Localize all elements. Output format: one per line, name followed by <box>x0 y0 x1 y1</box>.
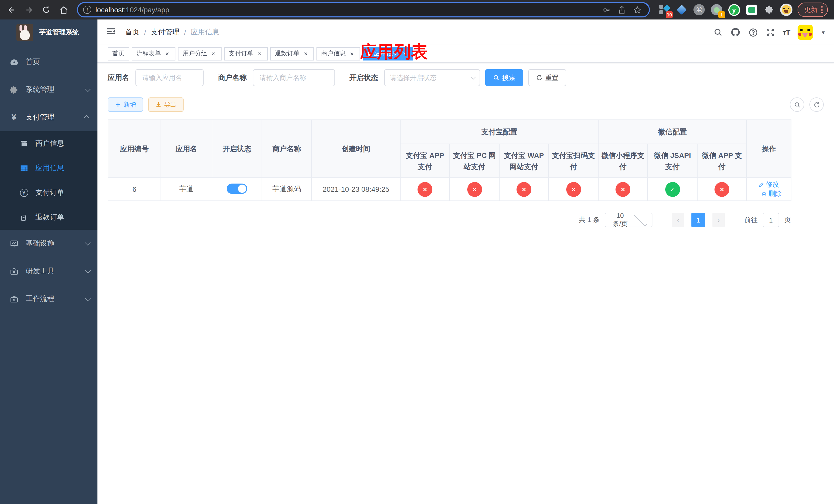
export-button[interactable]: 导出 <box>148 97 184 112</box>
tab-merchant-info[interactable]: 商户信息 <box>316 47 360 60</box>
breadcrumb-home[interactable]: 首页 <box>125 28 139 37</box>
sidebar-item-dev-tools[interactable]: 研发工具 <box>0 257 97 285</box>
forward-icon[interactable] <box>22 3 36 17</box>
reload-icon[interactable] <box>39 3 53 17</box>
refresh-table-button[interactable] <box>809 97 824 112</box>
caret-down-icon[interactable]: ▼ <box>821 29 826 35</box>
url-bar[interactable]: i localhost:1024/pay/app <box>77 2 650 18</box>
sidebar-item-merchant-info[interactable]: 商户信息 <box>0 131 97 156</box>
search-button[interactable]: 搜索 <box>485 69 523 86</box>
help-icon[interactable] <box>748 27 758 37</box>
search-form: 应用名 商户名称 开启状态 请选择开启状态 搜索 重置 <box>108 69 824 86</box>
extension-chat-icon[interactable] <box>745 4 758 16</box>
tab-process-form[interactable]: 流程表单 <box>132 47 175 60</box>
show-search-button[interactable] <box>790 97 804 112</box>
tab-pay-orders[interactable]: 支付订单 <box>224 47 268 60</box>
cell-app-id: 6 <box>108 178 161 201</box>
fullscreen-icon[interactable] <box>766 28 775 37</box>
browser-menu-icon[interactable] <box>821 6 823 13</box>
sidebar-item-pay-orders[interactable]: ¥ 支付订单 <box>0 181 97 205</box>
user-avatar[interactable] <box>797 25 813 40</box>
close-icon[interactable] <box>401 50 408 57</box>
monitor-chart-icon <box>9 239 19 248</box>
chevron-down-icon <box>471 74 476 79</box>
extension-camera-icon[interactable]: 1 <box>710 4 723 16</box>
page-1-button[interactable]: 1 <box>692 213 705 227</box>
tab-refund-orders[interactable]: 退款订单 <box>270 47 314 60</box>
tab-user-group[interactable]: 用户分组 <box>178 47 222 60</box>
sidebar-item-system[interactable]: 系统管理 <box>0 76 97 104</box>
app-title: 芋道管理系统 <box>39 28 79 37</box>
sidebar-item-workflow[interactable]: 工作流程 <box>0 285 97 313</box>
total-count: 共 1 条 <box>579 215 599 225</box>
extension-gem-icon[interactable] <box>676 4 688 16</box>
sidebar: 芋道管理系统 首页 系统管理 ¥ 支付管 <box>0 20 97 504</box>
close-icon[interactable] <box>348 50 355 57</box>
sidebar-item-infrastructure[interactable]: 基础设施 <box>0 230 97 257</box>
col-wx-lite: 微信小程序支付 <box>598 144 648 178</box>
font-size-icon[interactable]: тT <box>783 28 790 37</box>
payment-submenu: 商户信息 应用信息 ¥ 支付订单 <box>0 131 97 230</box>
close-icon[interactable] <box>302 50 309 57</box>
status-toggle[interactable] <box>227 183 247 193</box>
apps-table: 应用编号 应用名 开启状态 商户名称 创建时间 支付宝配置 微信配置 操作 支付… <box>108 119 791 201</box>
home-icon[interactable] <box>57 3 71 17</box>
merchant-name-input[interactable] <box>253 69 335 86</box>
app-name-input[interactable] <box>135 69 204 86</box>
wx-jsapi-status-icon: ✓ <box>665 182 680 197</box>
github-icon[interactable] <box>730 27 740 38</box>
breadcrumb-section[interactable]: 支付管理 <box>151 28 179 37</box>
browser-toolbar: i localhost:1024/pay/app 10 ⌘ <box>0 0 834 20</box>
extensions-puzzle-icon[interactable] <box>763 4 775 16</box>
page-suffix: 页 <box>784 215 791 225</box>
extension-command-icon[interactable]: ⌘ <box>693 4 705 16</box>
next-page-button[interactable]: › <box>712 213 725 227</box>
col-create-time: 创建时间 <box>312 120 400 178</box>
logo-rabbit-image <box>16 24 33 41</box>
back-icon[interactable] <box>4 3 19 17</box>
extensions-strip: 10 ⌘ 1 y 更新 <box>656 3 830 17</box>
search-icon[interactable] <box>713 28 722 37</box>
goto-page-input[interactable] <box>763 213 779 227</box>
page-size-select[interactable]: 10条/页 <box>605 213 653 227</box>
col-status: 开启状态 <box>212 120 262 178</box>
col-wx-app: 微信 APP 支付 <box>697 144 747 178</box>
sidebar-item-refund-orders[interactable]: 退款订单 <box>0 205 97 230</box>
bookmark-star-icon[interactable] <box>633 5 642 14</box>
cell-merchant: 芋道源码 <box>262 178 312 201</box>
briefcase-icon <box>9 295 19 303</box>
site-info-icon[interactable]: i <box>83 6 91 14</box>
extension-y-icon[interactable]: y <box>728 4 740 16</box>
status-select[interactable]: 请选择开启状态 <box>384 69 480 86</box>
close-icon[interactable] <box>163 50 171 57</box>
edit-link[interactable]: 修改 <box>759 180 779 189</box>
wx-app-status-icon: × <box>715 182 729 197</box>
password-key-icon[interactable] <box>602 5 611 14</box>
sidebar-fold-icon[interactable] <box>106 26 117 39</box>
close-icon[interactable] <box>256 50 263 57</box>
update-button[interactable]: 更新 <box>797 3 828 17</box>
sidebar-item-home[interactable]: 首页 <box>0 48 97 76</box>
profile-avatar-icon[interactable] <box>780 4 792 16</box>
cell-create-time: 2021-10-23 08:49:25 <box>312 178 400 201</box>
tab-app-info[interactable]: 应用信息 <box>363 47 413 60</box>
tab-home[interactable]: 首页 <box>108 47 129 60</box>
col-alipay-qr: 支付宝扫码支付 <box>549 144 598 178</box>
sidebar-logo[interactable]: 芋道管理系统 <box>0 20 97 45</box>
tags-view-bar: 首页 流程表单 用户分组 支付订单 退款订单 商户信息 应用信息 <box>97 45 834 63</box>
extension-blocks-icon[interactable]: 10 <box>658 4 671 16</box>
sidebar-item-app-info[interactable]: 应用信息 <box>0 156 97 181</box>
delete-link[interactable]: 删除 <box>761 189 782 199</box>
col-app-name: 应用名 <box>161 120 212 178</box>
cell-app-name: 芋道 <box>161 178 212 201</box>
sidebar-item-payment[interactable]: ¥ 支付管理 <box>0 104 97 131</box>
share-icon[interactable] <box>618 5 626 14</box>
url-text[interactable]: localhost:1024/pay/app <box>95 6 598 14</box>
add-button[interactable]: 新增 <box>108 97 143 112</box>
close-icon[interactable] <box>210 50 217 57</box>
reset-button[interactable]: 重置 <box>528 69 566 86</box>
alipay-pc-status-icon: × <box>467 182 482 197</box>
prev-page-button[interactable]: ‹ <box>672 213 684 227</box>
col-alipay-pc: 支付宝 PC 网站支付 <box>449 144 499 178</box>
chevron-down-icon <box>85 86 91 92</box>
